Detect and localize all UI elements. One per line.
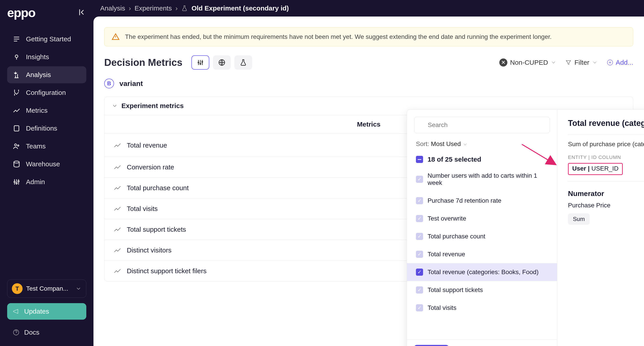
detail-title: Total revenue (categories: Books, Food) bbox=[568, 119, 644, 128]
view-flask-button[interactable] bbox=[234, 55, 252, 70]
chevron-down-icon bbox=[75, 286, 82, 292]
sidebar-item-label: Admin bbox=[26, 178, 45, 186]
sidebar-item-metrics[interactable]: Metrics bbox=[7, 102, 86, 119]
svg-point-5 bbox=[14, 181, 15, 182]
chart-icon bbox=[113, 205, 122, 213]
sidebar-item-label: Analysis bbox=[26, 71, 51, 79]
variant-name: variant bbox=[120, 79, 143, 88]
entity-box: User | USER_ID bbox=[568, 163, 623, 175]
list-item-label: Total revenue bbox=[428, 251, 465, 258]
svg-point-10 bbox=[200, 63, 201, 64]
entity-rest: USER_ID bbox=[590, 165, 618, 172]
select-all-row[interactable]: 18 of 25 selected bbox=[407, 152, 557, 167]
sidebar-item-label: Configuration bbox=[26, 89, 66, 96]
checkbox[interactable] bbox=[416, 304, 423, 311]
sidebar-item-warehouse[interactable]: Warehouse bbox=[7, 156, 86, 173]
sum-tag: Sum bbox=[568, 213, 590, 225]
search-input[interactable] bbox=[414, 117, 550, 133]
numerator-heading: Numerator bbox=[568, 189, 644, 198]
metric-label: Conversion rate bbox=[127, 164, 174, 171]
checkbox[interactable] bbox=[416, 286, 423, 294]
sidebar-item-admin[interactable]: Admin bbox=[7, 173, 86, 190]
checkbox[interactable] bbox=[416, 251, 423, 258]
chart-icon bbox=[113, 141, 122, 149]
filter-button[interactable]: Filter bbox=[565, 59, 598, 66]
entity-label: ENTITY | ID COLUMN bbox=[568, 155, 623, 160]
metric-label: Total purchase count bbox=[127, 184, 189, 192]
view-globe-button[interactable] bbox=[213, 55, 231, 70]
crumb-experiments[interactable]: Experiments bbox=[134, 4, 172, 12]
selected-count: 18 of 25 selected bbox=[428, 156, 481, 163]
collapse-sidebar-icon[interactable] bbox=[78, 8, 86, 17]
sidebar-item-analysis[interactable]: Analysis bbox=[7, 66, 86, 83]
list-item-label: Test overwrite bbox=[428, 215, 466, 222]
x-circle-icon: ✕ bbox=[499, 58, 507, 66]
chart-icon bbox=[113, 246, 122, 254]
sidebar-item-definitions[interactable]: Definitions bbox=[7, 120, 86, 137]
svg-point-6 bbox=[16, 182, 17, 184]
checkbox[interactable] bbox=[416, 269, 423, 276]
cuped-toggle[interactable]: ✕ Non-CUPED bbox=[499, 58, 556, 66]
sidebar-item-label: Metrics bbox=[26, 107, 48, 114]
list-item-label: Purchase 7d retention rate bbox=[428, 197, 501, 204]
sidebar-item-label: Warehouse bbox=[26, 160, 60, 168]
updates-button[interactable]: Updates bbox=[7, 303, 86, 320]
metric-label: Total revenue bbox=[127, 142, 167, 149]
filter-label: Filter bbox=[574, 59, 590, 66]
checkbox-indeterminate[interactable] bbox=[416, 156, 423, 163]
sort-control[interactable]: Sort: Most Used bbox=[407, 140, 557, 152]
svg-point-9 bbox=[198, 62, 199, 63]
metric-label: Distinct visitors bbox=[127, 246, 172, 254]
apply-button[interactable]: Apply bbox=[414, 345, 449, 346]
variant-badge: B bbox=[104, 79, 114, 88]
panel-title: Experiment metrics bbox=[122, 102, 184, 110]
list-item-label: Number users with add to carts within 1 … bbox=[428, 172, 548, 186]
svg-point-4 bbox=[14, 161, 19, 163]
chart-icon bbox=[113, 184, 122, 192]
warning-alert: The experiment has ended, but the minimu… bbox=[104, 27, 633, 46]
crumb-current: Old Experiment (secondary id) bbox=[192, 4, 289, 12]
sidebar-item-label: Teams bbox=[26, 142, 46, 150]
list-item[interactable]: Total support tickets bbox=[407, 281, 557, 299]
checkbox[interactable] bbox=[416, 215, 423, 222]
svg-point-0 bbox=[15, 55, 18, 58]
list-item[interactable]: Test overwrite bbox=[407, 210, 557, 227]
company-avatar: T bbox=[12, 283, 22, 294]
checkbox[interactable] bbox=[416, 233, 423, 240]
list-item[interactable]: Total visits bbox=[407, 299, 557, 317]
sidebar-item-teams[interactable]: Teams bbox=[7, 138, 86, 155]
checkbox[interactable] bbox=[416, 197, 423, 204]
svg-point-7 bbox=[18, 180, 19, 182]
list-item[interactable]: Total revenue bbox=[407, 245, 557, 263]
svg-point-2 bbox=[14, 144, 16, 146]
docs-link[interactable]: Docs bbox=[7, 324, 86, 341]
checkbox[interactable] bbox=[416, 176, 423, 183]
list-item[interactable]: Number users with add to carts within 1 … bbox=[407, 167, 557, 192]
breadcrumb: Analysis › Experiments › Old Experiment … bbox=[94, 0, 644, 16]
add-button[interactable]: Add... bbox=[606, 59, 633, 66]
list-item[interactable]: Total revenue (categories: Books, Food) bbox=[407, 263, 557, 281]
view-settings-button[interactable] bbox=[192, 55, 209, 70]
chart-icon bbox=[113, 267, 122, 275]
metric-label: Total support tickets bbox=[127, 226, 186, 233]
svg-point-11 bbox=[202, 61, 202, 62]
list-item[interactable]: Purchase 7d retention rate bbox=[407, 192, 557, 210]
numerator-value: Purchase Price bbox=[568, 202, 644, 209]
entity-bold: User | bbox=[572, 165, 590, 172]
list-item[interactable]: Total purchase count bbox=[407, 227, 557, 245]
chart-icon bbox=[113, 225, 122, 233]
list-item-label: Total support tickets bbox=[428, 286, 483, 294]
chevron-right-icon: › bbox=[175, 4, 178, 12]
logo: eppo bbox=[7, 5, 35, 20]
svg-point-3 bbox=[18, 145, 19, 146]
sidebar-item-configuration[interactable]: Configuration bbox=[7, 84, 86, 101]
chevron-down-icon bbox=[463, 142, 468, 147]
chevron-down-icon bbox=[592, 60, 598, 65]
sidebar-item-insights[interactable]: Insights bbox=[7, 48, 86, 65]
company-switcher[interactable]: T Test Compan... bbox=[7, 280, 86, 298]
sidebar-item-label: Definitions bbox=[26, 125, 57, 132]
add-label: Add... bbox=[616, 59, 633, 66]
crumb-analysis[interactable]: Analysis bbox=[100, 4, 125, 12]
sidebar-item-getting-started[interactable]: Getting Started bbox=[7, 31, 86, 47]
company-name: Test Compan... bbox=[26, 285, 68, 292]
